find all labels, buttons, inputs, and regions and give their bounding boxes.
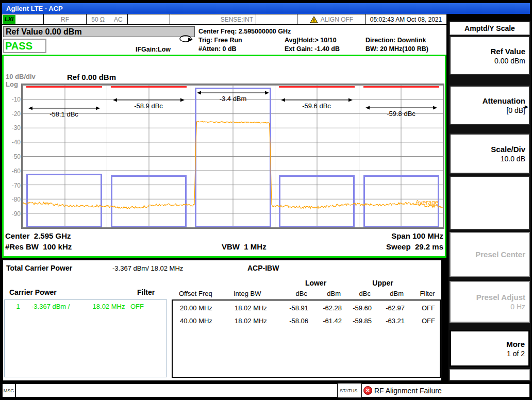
softkey-value: 10.0 dB — [501, 154, 525, 163]
upper-dbm-value: -62.97 — [382, 304, 415, 312]
upper-dbc-value: -59.60 — [352, 304, 382, 312]
ref-level-label: Ref 0.00 dBm — [67, 73, 116, 81]
align-cell: ALIGN OFF — [297, 14, 366, 24]
active-function-readout: Ref Value 0.00 dBm — [3, 26, 195, 37]
softkey-presel-center[interactable]: Presel Center — [450, 232, 530, 277]
offset-freq-value: 40.00 MHz — [173, 317, 224, 325]
empty-cell-2 — [256, 14, 297, 24]
col-filter: Filter — [414, 290, 441, 297]
softkey-ref-value[interactable]: Ref Value 0.00 dBm — [450, 36, 530, 75]
clock-cell: 05:02:43 AM Oct 08, 2021 — [366, 14, 446, 24]
acp-column-headers: Offset Freq Integ BW dBc dBm dBc dBm Fil… — [172, 290, 441, 297]
softkey-attenuation[interactable]: Attenuation [0 dB] ▶ — [450, 86, 530, 125]
softkey-blank — [450, 176, 530, 230]
softkey-more[interactable]: More 1 of 2 — [450, 330, 530, 367]
integ-bw-value: 18.02 MHz — [224, 304, 280, 312]
y-tick: -60 — [3, 168, 21, 175]
pass-label: PASS — [4, 40, 45, 52]
lower-dbm-value: -61.42 — [319, 317, 352, 325]
integ-bw-value: 18.02 MHz — [224, 317, 280, 325]
softkey-label: Attenuation — [483, 96, 525, 106]
y-tick: -30 — [3, 124, 21, 131]
res-bw-annotation: #Res BW 100 kHz — [5, 242, 72, 251]
annunciator-row: LXI RF 50 Ω AC SENSE:INT ALIGN OFF 05:02… — [2, 14, 446, 25]
center-freq-annotation: Center 2.595 GHz — [5, 231, 71, 240]
total-carrier-power-label: Total Carrier Power — [6, 264, 72, 272]
spectrum-trace — [23, 86, 443, 228]
timestamp: 05:02:43 AM Oct 08, 2021 — [370, 16, 442, 23]
y-tick: -20 — [3, 110, 21, 118]
sense-cell: SENSE:INT — [170, 14, 256, 24]
acp-measurement-label: -58.1 dBc — [33, 110, 95, 118]
softkey-value: 0 Hz — [510, 302, 525, 311]
coupling-indicator: AC — [114, 16, 123, 23]
softkey-value: 0.00 dBm — [494, 56, 525, 65]
align-indicator: ALIGN OFF — [321, 16, 353, 23]
softkey-empty-slot — [450, 369, 530, 380]
filter-value: OFF — [415, 304, 442, 312]
bw-readout: BW: 20 MHz(100 RB) — [365, 45, 428, 53]
msg-label: MSG — [4, 388, 14, 393]
acp-row: 40.00 MHz 18.02 MHz -58.06 -61.42 -59.85… — [173, 317, 440, 325]
y-tick: -80 — [3, 196, 21, 203]
carrier-index: 1 — [5, 303, 31, 310]
center-freq-readout: Center Freq: 2.595000000 GHz — [198, 28, 291, 36]
carrier-row: 1 -3.367 dBm / 18.02 MHz OFF — [5, 303, 167, 310]
upper-dbc-value: -59.85 — [352, 317, 382, 325]
acp-row: 20.00 MHz 18.02 MHz -58.91 -62.28 -59.60… — [173, 304, 440, 312]
softkey-scale-div[interactable]: Scale/Div 10.0 dB — [450, 134, 530, 174]
carrier-filter-value: OFF — [130, 303, 163, 310]
acp-measurement-label: -59.6 dBc — [286, 102, 347, 110]
empty-cell-1 — [128, 14, 170, 24]
carrier-table: 1 -3.367 dBm / 18.02 MHz OFF — [4, 299, 167, 377]
status-alert-text: RF Alignment Failure — [374, 387, 442, 395]
y-tick: -50 — [3, 153, 21, 160]
lxi-cell: LXI — [2, 14, 44, 24]
input-cell: 50 Ω AC — [87, 14, 128, 24]
lower-dbc-value: -58.91 — [280, 304, 319, 312]
rf-indicator: RF — [61, 16, 69, 23]
lower-dbc-value: -58.06 — [280, 317, 319, 325]
col-lower-dbm: dBm — [318, 290, 351, 297]
softkey-presel-adjust[interactable]: Presel Adjust 0 Hz — [450, 281, 530, 323]
y-tick: -10 — [3, 96, 21, 103]
menu-title: Amptd/Y Scale — [450, 22, 530, 35]
warning-icon — [310, 16, 318, 23]
status-label: STATUS — [340, 388, 357, 393]
instrument-screen: Agilent LTE - ACP LXI RF 50 Ω AC SENSE:I… — [0, 0, 532, 400]
message-area — [15, 384, 338, 397]
softkey-label: Presel Center — [475, 249, 525, 259]
msg-cell: MSG — [2, 384, 15, 397]
error-icon: ✕ — [363, 386, 372, 395]
pass-fail-box: PASS — [3, 39, 46, 53]
direction-readout: Direction: Downlink — [365, 37, 426, 44]
window-title: Agilent LTE - ACP — [6, 5, 63, 12]
continuous-sweep-icon — [179, 35, 193, 43]
scale-per-div-label: 10 dB/div — [6, 73, 36, 80]
carrier-bw-value: 18.02 MHz — [87, 303, 130, 310]
trace-type-label: Average — [415, 199, 438, 206]
sense-indicator: SENSE:INT — [221, 16, 253, 23]
y-tick: -40 — [3, 139, 21, 146]
avg-hold-readout: Avg|Hold:> 10/10 — [285, 37, 337, 44]
rf-cell: RF — [44, 14, 87, 24]
lxi-badge: LXI — [3, 15, 15, 24]
col-lower-dbc: dBc — [279, 290, 318, 297]
sweep-annotation: Sweep 29.2 ms — [386, 242, 443, 251]
softkey-value: 1 of 2 — [507, 349, 525, 358]
atten-readout: #Atten: 0 dB — [198, 45, 237, 53]
status-alert-cell: ✕ RF Alignment Failure — [361, 384, 530, 397]
total-carrier-power-value: -3.367 dBm/ 18.02 MHz — [112, 264, 183, 272]
upper-group-header: Upper — [363, 279, 402, 287]
col-integ-bw: Integ BW — [223, 290, 279, 297]
upper-dbm-value: -63.21 — [382, 317, 415, 325]
submenu-arrow-icon: ▶ — [525, 104, 528, 109]
trigger-readout: Trig: Free Run — [198, 37, 242, 44]
carrier-power-header: Carrier Power — [9, 288, 57, 296]
softkey-value: [0 dB] — [506, 106, 525, 115]
softkey-label: Presel Adjust — [476, 292, 525, 302]
ext-gain-readout: Ext Gain: -1.40 dB — [285, 45, 340, 53]
filter-value: OFF — [415, 317, 442, 325]
impedance-indicator: 50 Ω — [91, 16, 105, 23]
col-offset-freq: Offset Freq — [172, 290, 223, 297]
